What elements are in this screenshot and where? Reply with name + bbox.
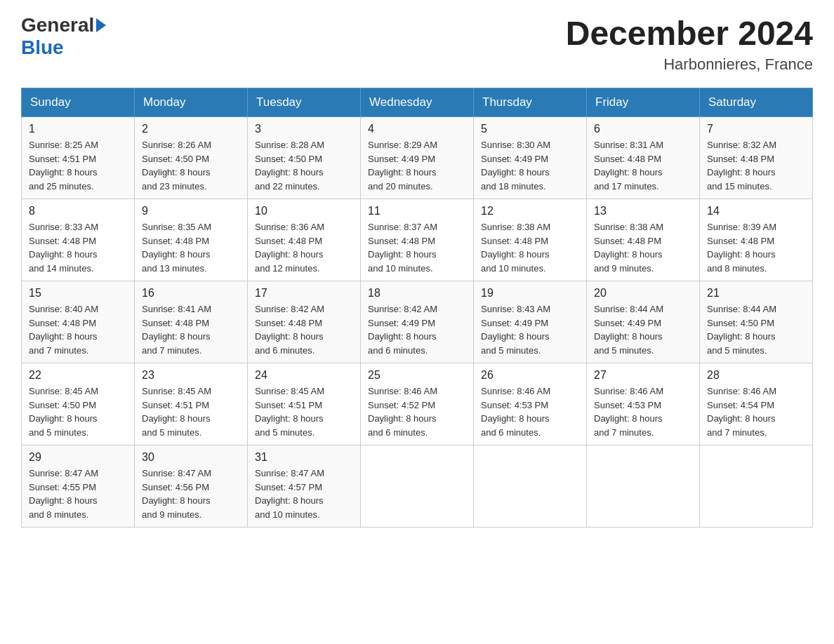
day-number: 7 [707,123,805,135]
day-number: 11 [368,205,466,217]
day-number: 26 [481,369,579,382]
day-number: 22 [29,369,127,382]
day-number: 20 [594,287,692,300]
day-info: Sunrise: 8:25 AMSunset: 4:51 PMDaylight:… [29,138,127,193]
calendar-cell: 5Sunrise: 8:30 AMSunset: 4:49 PMDaylight… [474,117,587,199]
calendar-cell: 22Sunrise: 8:45 AMSunset: 4:50 PMDayligh… [22,363,135,445]
column-header-friday: Friday [587,88,700,117]
day-number: 15 [29,287,127,300]
calendar-cell: 28Sunrise: 8:46 AMSunset: 4:54 PMDayligh… [700,363,813,445]
day-info: Sunrise: 8:29 AMSunset: 4:49 PMDaylight:… [368,138,466,193]
calendar-cell: 4Sunrise: 8:29 AMSunset: 4:49 PMDaylight… [361,117,474,199]
day-info: Sunrise: 8:36 AMSunset: 4:48 PMDaylight:… [255,220,353,275]
day-number: 24 [255,369,353,382]
month-title: December 2024 [566,14,813,53]
calendar-cell: 21Sunrise: 8:44 AMSunset: 4:50 PMDayligh… [700,281,813,363]
calendar-cell: 20Sunrise: 8:44 AMSunset: 4:49 PMDayligh… [587,281,700,363]
calendar-cell: 7Sunrise: 8:32 AMSunset: 4:48 PMDaylight… [700,117,813,199]
calendar-table: SundayMondayTuesdayWednesdayThursdayFrid… [21,88,813,528]
day-number: 18 [368,287,466,300]
day-info: Sunrise: 8:40 AMSunset: 4:48 PMDaylight:… [29,302,127,357]
calendar-cell: 19Sunrise: 8:43 AMSunset: 4:49 PMDayligh… [474,281,587,363]
title-area: December 2024 Harbonnieres, France [566,14,813,74]
day-info: Sunrise: 8:38 AMSunset: 4:48 PMDaylight:… [481,220,579,275]
day-info: Sunrise: 8:41 AMSunset: 4:48 PMDaylight:… [142,302,240,357]
day-info: Sunrise: 8:46 AMSunset: 4:54 PMDaylight:… [707,384,805,439]
calendar-cell: 14Sunrise: 8:39 AMSunset: 4:48 PMDayligh… [700,199,813,281]
day-info: Sunrise: 8:47 AMSunset: 4:55 PMDaylight:… [29,467,127,521]
calendar-cell: 11Sunrise: 8:37 AMSunset: 4:48 PMDayligh… [361,199,474,281]
calendar-cell: 10Sunrise: 8:36 AMSunset: 4:48 PMDayligh… [248,199,361,281]
logo-arrow-icon [96,18,106,32]
day-number: 13 [594,205,692,217]
day-info: Sunrise: 8:45 AMSunset: 4:50 PMDaylight:… [29,384,127,439]
day-info: Sunrise: 8:47 AMSunset: 4:57 PMDaylight:… [255,467,353,521]
day-number: 5 [481,123,579,135]
column-header-tuesday: Tuesday [248,88,361,117]
calendar-cell: 13Sunrise: 8:38 AMSunset: 4:48 PMDayligh… [587,199,700,281]
day-number: 25 [368,369,466,382]
day-info: Sunrise: 8:45 AMSunset: 4:51 PMDaylight:… [142,384,240,439]
day-number: 2 [142,123,240,135]
column-header-wednesday: Wednesday [361,88,474,117]
day-info: Sunrise: 8:38 AMSunset: 4:48 PMDaylight:… [594,220,692,275]
day-info: Sunrise: 8:26 AMSunset: 4:50 PMDaylight:… [142,138,240,193]
calendar-cell: 26Sunrise: 8:46 AMSunset: 4:53 PMDayligh… [474,363,587,445]
calendar-cell [700,445,813,528]
week-row-2: 8Sunrise: 8:33 AMSunset: 4:48 PMDaylight… [22,199,813,281]
day-number: 4 [368,123,466,135]
day-number: 28 [707,369,805,382]
calendar-cell: 24Sunrise: 8:45 AMSunset: 4:51 PMDayligh… [248,363,361,445]
day-info: Sunrise: 8:33 AMSunset: 4:48 PMDaylight:… [29,220,127,275]
calendar-cell: 18Sunrise: 8:42 AMSunset: 4:49 PMDayligh… [361,281,474,363]
column-header-thursday: Thursday [474,88,587,117]
calendar-cell: 3Sunrise: 8:28 AMSunset: 4:50 PMDaylight… [248,117,361,199]
day-number: 10 [255,205,353,217]
day-number: 19 [481,287,579,300]
week-row-5: 29Sunrise: 8:47 AMSunset: 4:55 PMDayligh… [22,445,813,528]
day-info: Sunrise: 8:30 AMSunset: 4:49 PMDaylight:… [481,138,579,193]
day-number: 6 [594,123,692,135]
day-info: Sunrise: 8:44 AMSunset: 4:49 PMDaylight:… [594,302,692,357]
day-info: Sunrise: 8:42 AMSunset: 4:48 PMDaylight:… [255,302,353,357]
logo-blue-text: Blue [21,36,64,58]
column-headers-row: SundayMondayTuesdayWednesdayThursdayFrid… [22,88,813,117]
calendar-cell: 25Sunrise: 8:46 AMSunset: 4:52 PMDayligh… [361,363,474,445]
day-number: 16 [142,287,240,300]
day-info: Sunrise: 8:42 AMSunset: 4:49 PMDaylight:… [368,302,466,357]
location: Harbonnieres, France [566,55,813,74]
day-info: Sunrise: 8:39 AMSunset: 4:48 PMDaylight:… [707,220,805,275]
calendar-cell: 31Sunrise: 8:47 AMSunset: 4:57 PMDayligh… [248,445,361,528]
week-row-4: 22Sunrise: 8:45 AMSunset: 4:50 PMDayligh… [22,363,813,445]
logo: General Blue [21,14,108,59]
calendar-cell: 8Sunrise: 8:33 AMSunset: 4:48 PMDaylight… [22,199,135,281]
calendar-cell: 15Sunrise: 8:40 AMSunset: 4:48 PMDayligh… [22,281,135,363]
day-info: Sunrise: 8:44 AMSunset: 4:50 PMDaylight:… [707,302,805,357]
day-number: 27 [594,369,692,382]
day-info: Sunrise: 8:31 AMSunset: 4:48 PMDaylight:… [594,138,692,193]
day-info: Sunrise: 8:35 AMSunset: 4:48 PMDaylight:… [142,220,240,275]
day-number: 30 [142,451,240,464]
week-row-1: 1Sunrise: 8:25 AMSunset: 4:51 PMDaylight… [22,117,813,199]
day-info: Sunrise: 8:32 AMSunset: 4:48 PMDaylight:… [707,138,805,193]
day-number: 8 [29,205,127,217]
day-number: 31 [255,451,353,464]
week-row-3: 15Sunrise: 8:40 AMSunset: 4:48 PMDayligh… [22,281,813,363]
day-info: Sunrise: 8:47 AMSunset: 4:56 PMDaylight:… [142,467,240,521]
logo-general-text: General [21,14,94,36]
calendar-cell [361,445,474,528]
calendar-cell: 17Sunrise: 8:42 AMSunset: 4:48 PMDayligh… [248,281,361,363]
header: General Blue December 2024 Harbonnieres,… [21,14,813,74]
day-info: Sunrise: 8:46 AMSunset: 4:53 PMDaylight:… [481,384,579,439]
calendar-cell: 16Sunrise: 8:41 AMSunset: 4:48 PMDayligh… [135,281,248,363]
calendar-cell: 2Sunrise: 8:26 AMSunset: 4:50 PMDaylight… [135,117,248,199]
day-number: 29 [29,451,127,464]
day-number: 14 [707,205,805,217]
calendar-cell: 23Sunrise: 8:45 AMSunset: 4:51 PMDayligh… [135,363,248,445]
column-header-sunday: Sunday [22,88,135,117]
calendar-cell: 6Sunrise: 8:31 AMSunset: 4:48 PMDaylight… [587,117,700,199]
day-info: Sunrise: 8:46 AMSunset: 4:52 PMDaylight:… [368,384,466,439]
calendar-cell: 12Sunrise: 8:38 AMSunset: 4:48 PMDayligh… [474,199,587,281]
calendar-cell: 9Sunrise: 8:35 AMSunset: 4:48 PMDaylight… [135,199,248,281]
day-info: Sunrise: 8:37 AMSunset: 4:48 PMDaylight:… [368,220,466,275]
